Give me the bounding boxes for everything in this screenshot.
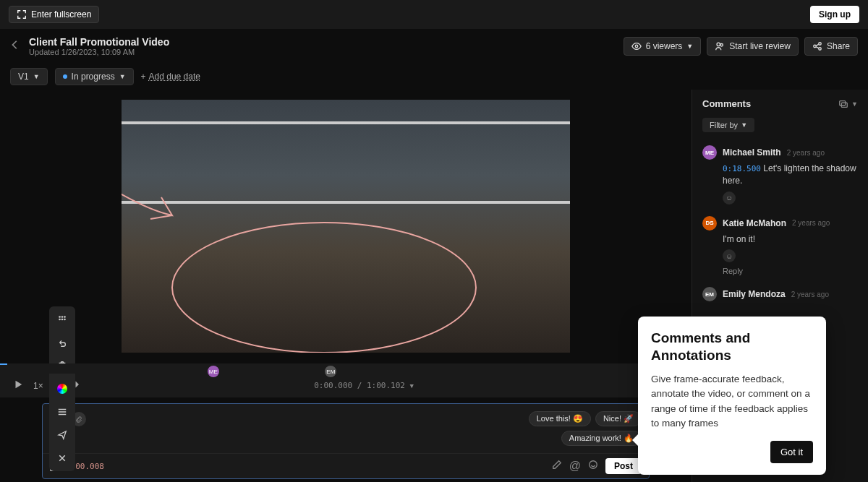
fullscreen-button[interactable]: Enter fullscreen	[9, 6, 99, 23]
due-label: Add due date	[149, 72, 200, 82]
comment-avatar: DS	[702, 216, 717, 231]
comments-title: Comments	[702, 98, 751, 109]
comment-composer: Love this! 😍Nice! 🚀Amazing work! 🔥 0:00.…	[42, 403, 650, 479]
svg-point-8	[61, 316, 64, 318]
share-button[interactable]: Share	[804, 37, 858, 56]
comment-age: 2 years ago	[791, 291, 829, 298]
svg-point-12	[64, 319, 66, 321]
comment-age: 2 years ago	[792, 219, 830, 227]
status-dot-icon	[63, 74, 67, 79]
progress-indicator	[0, 363, 7, 365]
svg-point-6	[172, 223, 476, 353]
people-icon	[715, 41, 725, 51]
tooltip-dismiss-button[interactable]: Got it	[770, 441, 813, 463]
move-tool[interactable]	[52, 311, 72, 328]
onboarding-tooltip: Comments and Annotations Give frame-accu…	[638, 317, 826, 475]
comment-author: Emily Mendoza	[723, 289, 786, 299]
reaction-chip[interactable]: Amazing work! 🔥	[561, 431, 642, 446]
time-display: 0:00.000 / 1:00.102 ▼	[314, 381, 414, 390]
status-selector[interactable]: In progress ▼	[55, 68, 134, 85]
status-label: In progress	[72, 72, 115, 82]
chevron-down-icon[interactable]: ▼	[410, 382, 414, 390]
svg-point-2	[720, 44, 723, 47]
draw-icon[interactable]	[552, 460, 562, 473]
comment-item[interactable]: DS Katie McMahon 2 years ago I'm on it! …	[692, 210, 868, 282]
speed-button[interactable]: 1×	[33, 381, 43, 391]
comment-avatar: ME	[702, 145, 717, 160]
fullscreen-label: Enter fullscreen	[31, 9, 91, 20]
plus-icon: +	[141, 72, 146, 82]
emoji-icon[interactable]	[588, 460, 598, 473]
comment-avatar: EM	[702, 287, 717, 301]
svg-point-5	[819, 48, 822, 51]
undo-tool[interactable]	[52, 334, 72, 351]
reaction-chip[interactable]: Nice! 🚀	[595, 411, 642, 426]
tooltip-body: Give frame-accurate feedback, annotate t…	[651, 372, 813, 431]
svg-point-11	[61, 319, 64, 321]
svg-point-1	[717, 43, 720, 46]
play-button[interactable]	[13, 379, 23, 392]
comment-author: Michael Smith	[723, 147, 781, 158]
signup-button[interactable]: Sign up	[810, 6, 859, 23]
share-icon	[812, 41, 822, 51]
react-button[interactable]: ☺	[723, 249, 736, 262]
eye-icon	[631, 41, 642, 51]
video-frame[interactable]	[122, 100, 570, 353]
comment-item[interactable]: ME Michael Smith 2 years ago 0:18.500 Le…	[692, 139, 868, 210]
timeline-marker[interactable]: ME	[208, 366, 219, 377]
chevron-down-icon: ▼	[33, 73, 40, 80]
chevron-down-icon: ▼	[119, 73, 126, 80]
add-due-date-button[interactable]: + Add due date	[141, 72, 200, 82]
svg-point-0	[635, 45, 638, 48]
viewers-button[interactable]: 6 viewers ▼	[624, 37, 702, 56]
mention-icon[interactable]: @	[569, 460, 581, 473]
chevron-down-icon: ▼	[741, 121, 747, 129]
svg-point-9	[64, 316, 66, 318]
close-tool[interactable]	[52, 449, 72, 467]
start-review-label: Start live review	[729, 41, 791, 51]
comment-author: Katie McMahon	[723, 218, 786, 228]
fullscreen-icon	[17, 9, 27, 20]
tooltip-title: Comments and Annotations	[651, 330, 813, 365]
react-button[interactable]: ☺	[723, 191, 736, 205]
comment-timestamp[interactable]: 0:18.500	[723, 164, 761, 173]
version-label: V1	[18, 72, 29, 82]
svg-point-7	[59, 316, 61, 318]
annotation-drawing	[122, 100, 570, 353]
annotation-toolbar	[49, 306, 75, 471]
comment-text: I'm on it!	[723, 234, 755, 244]
send-tool[interactable]	[52, 426, 72, 444]
svg-point-4	[819, 43, 822, 46]
timeline[interactable]: MEEM	[0, 363, 692, 374]
version-selector[interactable]: V1 ▼	[10, 68, 48, 85]
comments-settings-icon[interactable]: ▼	[838, 99, 858, 109]
comment-age: 2 years ago	[787, 149, 825, 157]
svg-point-13	[590, 461, 597, 469]
project-updated: Updated 1/26/2023, 10:09 AM	[29, 48, 169, 56]
svg-point-3	[814, 45, 817, 48]
chevron-down-icon: ▼	[686, 43, 693, 50]
project-title: Client Fall Promotional Video	[29, 36, 169, 48]
reaction-chip[interactable]: Love this! 😍	[529, 411, 591, 426]
video-content	[122, 121, 570, 124]
reply-button[interactable]: Reply	[723, 267, 858, 275]
filter-button[interactable]: Filter by ▼	[702, 118, 754, 132]
color-tool[interactable]	[52, 380, 72, 397]
back-icon[interactable]	[10, 40, 20, 53]
post-button[interactable]: Post	[605, 458, 642, 474]
viewers-label: 6 viewers	[646, 41, 683, 51]
tooltip-arrow	[632, 434, 638, 446]
video-content	[122, 201, 570, 204]
share-label: Share	[827, 41, 850, 51]
svg-point-10	[59, 319, 61, 321]
lines-tool[interactable]	[52, 403, 72, 421]
comment-item[interactable]: EM Emily Mendoza 2 years ago	[692, 281, 868, 310]
start-review-button[interactable]: Start live review	[707, 37, 799, 56]
